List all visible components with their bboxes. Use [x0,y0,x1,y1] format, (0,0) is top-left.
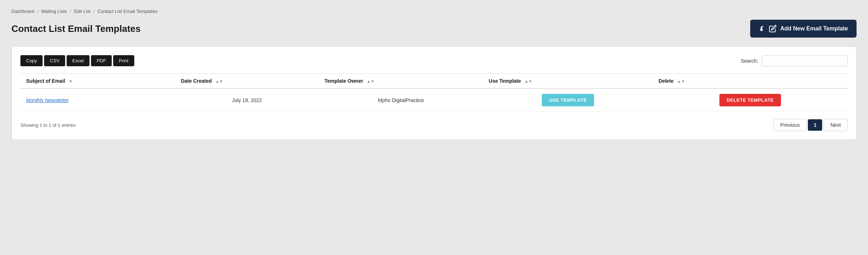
copy-button[interactable]: Copy [20,55,43,66]
sort-icon-subject: ▼ [69,79,73,83]
page-number-button[interactable]: 1 [808,119,822,131]
main-card: Copy CSV Excel PDF Print Search: Subject… [11,46,857,140]
search-area: Search: [741,56,848,66]
breadcrumb-sep-3: / [93,9,95,14]
excel-button[interactable]: Excel [67,55,90,66]
col-owner: Template Owner ▲▼ [319,74,483,89]
entries-info: Showing 1 to 1 of 1 entries [20,122,76,128]
cell-subject: Monthly Newsletter [20,88,175,112]
previous-button[interactable]: Previous [773,119,806,131]
col-date: Date Created ▲▼ [175,74,319,89]
cell-delete: DELETE TEMPLATE [653,88,848,112]
use-template-button[interactable]: USE TEMPLATE [542,94,594,106]
toolbar: Copy CSV Excel PDF Print Search: [20,55,848,66]
add-new-template-button[interactable]: ⮮︎ Add New Email Template [750,20,857,38]
sort-icon-owner: ▲▼ [367,79,375,83]
table-footer: Showing 1 to 1 of 1 entries Previous 1 N… [20,119,848,131]
pagination: Previous 1 Next [773,119,848,131]
cell-owner: Mpho DigitalPractice [319,88,483,112]
search-label: Search: [741,58,758,64]
col-subject: Subject of Email ▼ [20,74,175,89]
sort-icon-date: ▲▼ [215,79,223,83]
edit-icon: ⮮︎ [759,25,765,33]
edit-square-icon [769,25,777,33]
page-header: Contact List Email Templates ⮮︎ Add New … [11,20,857,38]
search-input[interactable] [762,56,848,66]
breadcrumb-edit-list[interactable]: Edit List [74,9,90,14]
next-button[interactable]: Next [824,119,848,131]
table-header-row: Subject of Email ▼ Date Created ▲▼ Templ… [20,74,848,89]
sort-icon-use: ▲▼ [525,79,532,83]
print-button[interactable]: Print [113,55,134,66]
col-delete: Delete ▲▼ [653,74,848,89]
breadcrumb-dashboard[interactable]: Dashboard [11,9,34,14]
cell-date: July 18, 2022 [175,88,319,112]
breadcrumb-sep-2: / [70,9,71,14]
cell-use-template: USE TEMPLATE [483,88,653,112]
breadcrumb-current: Contact List Email Templates [97,9,157,14]
template-subject-link[interactable]: Monthly Newsletter [26,97,69,103]
page-title: Contact List Email Templates [11,23,141,34]
sort-icon-delete: ▲▼ [677,79,685,83]
col-use-template: Use Template ▲▼ [483,74,653,89]
toolbar-actions: Copy CSV Excel PDF Print [20,55,134,66]
templates-table: Subject of Email ▼ Date Created ▲▼ Templ… [20,73,848,112]
delete-template-button[interactable]: DELETE TEMPLATE [719,94,781,106]
pdf-button[interactable]: PDF [91,55,112,66]
breadcrumb-mailing-lists[interactable]: Mailing Lists [41,9,67,14]
breadcrumb-sep-1: / [37,9,39,14]
csv-button[interactable]: CSV [44,55,65,66]
table-row: Monthly Newsletter July 18, 2022 Mpho Di… [20,88,848,112]
add-new-button-label: Add New Email Template [780,25,848,32]
breadcrumb: Dashboard / Mailing Lists / Edit List / … [11,9,857,14]
